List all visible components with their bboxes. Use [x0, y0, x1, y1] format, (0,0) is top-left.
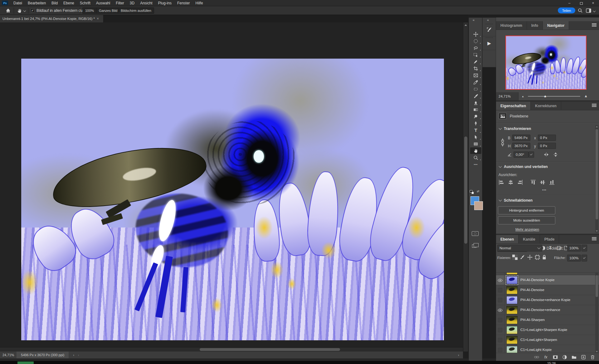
link-layers-icon[interactable]: [534, 354, 539, 360]
gradient-tool[interactable]: [470, 106, 481, 113]
navigator-preview[interactable]: [505, 36, 587, 90]
horizontal-scrollbar[interactable]: [0, 347, 463, 352]
menu-3d[interactable]: 3D: [127, 0, 137, 6]
pen-tool[interactable]: [470, 120, 481, 127]
strip-collapse-icon[interactable]: «: [487, 18, 488, 22]
delete-layer-icon[interactable]: [590, 354, 595, 360]
share-button[interactable]: Teilen: [558, 7, 575, 13]
brush-settings-panel-icon[interactable]: [483, 23, 496, 36]
menu-auswahl[interactable]: Auswahl: [93, 0, 113, 6]
visibility-toggle[interactable]: [496, 325, 504, 335]
angle-field[interactable]: 0,00°: [514, 151, 528, 158]
status-popup-arrow[interactable]: ›: [73, 353, 74, 357]
menu-schrift[interactable]: Schrift: [77, 0, 93, 6]
visibility-toggle[interactable]: [496, 315, 504, 325]
default-colors-icon[interactable]: [470, 190, 474, 194]
panel-menu-icon[interactable]: [592, 238, 597, 239]
lock-transparency-icon[interactable]: [512, 255, 518, 260]
vertical-scrollbar-thumb[interactable]: [464, 136, 467, 244]
fill-screen-button[interactable]: Bildschirm ausfüllen: [118, 7, 154, 14]
lock-position-icon[interactable]: [527, 255, 533, 260]
flip-horizontal-icon[interactable]: [543, 152, 549, 157]
canvas-image[interactable]: [21, 58, 444, 341]
taskbar-app-icon[interactable]: [17, 362, 34, 364]
status-prev-arrow[interactable]: ‹: [78, 353, 79, 357]
crop-tool[interactable]: [470, 65, 481, 72]
visibility-toggle[interactable]: [496, 345, 504, 353]
visibility-toggle[interactable]: [496, 335, 504, 345]
search-icon[interactable]: [578, 8, 583, 13]
layer-row[interactable]: C1+LowLight+Sharpen Kopie: [496, 325, 599, 335]
menu-filter[interactable]: Filter: [113, 0, 127, 6]
navigator-zoom-slider-thumb[interactable]: ▲: [543, 94, 547, 98]
navigator-zoom-slider[interactable]: [528, 96, 580, 97]
zoom-tool[interactable]: [470, 154, 481, 161]
zoom-out-icon[interactable]: ▲: [522, 95, 524, 98]
healing-patch-tool[interactable]: [470, 86, 481, 92]
align-left-icon[interactable]: [499, 180, 504, 185]
properties-scrollbar[interactable]: [595, 125, 598, 232]
new-adjustment-layer-icon[interactable]: [562, 354, 567, 360]
align-section-header[interactable]: Ausrichten und verteilen: [499, 165, 548, 169]
screen-mode-button[interactable]: [472, 244, 476, 248]
home-icon[interactable]: [6, 8, 11, 13]
menu-plugins[interactable]: Plug-ins: [155, 0, 174, 6]
actions-panel-icon[interactable]: ▶: [483, 36, 496, 50]
add-layer-mask-icon[interactable]: [553, 354, 558, 360]
visibility-toggle[interactable]: [496, 295, 504, 305]
layer-row[interactable]: PH-AI-Denoise+enhance: [496, 305, 599, 315]
flip-vertical-icon[interactable]: [553, 152, 558, 157]
menu-bild[interactable]: Bild: [49, 0, 61, 6]
hand-tool-icon[interactable]: [17, 8, 22, 13]
tab-close-icon[interactable]: ×: [97, 17, 99, 21]
menu-datei[interactable]: Datei: [11, 0, 25, 6]
remove-tool[interactable]: [470, 58, 481, 65]
angle-dropdown[interactable]: [528, 151, 534, 158]
fill-field[interactable]: 100%: [567, 255, 581, 261]
eyedropper-tool[interactable]: [470, 79, 481, 85]
height-field[interactable]: 3670 Px: [512, 143, 530, 149]
object-selection-tool[interactable]: [470, 51, 481, 58]
dodge-tool[interactable]: [470, 113, 481, 120]
layer-row[interactable]: C1+LowLight+Sharpen: [496, 335, 599, 345]
background-color-swatch[interactable]: [474, 201, 483, 210]
lock-pixels-icon[interactable]: [520, 255, 525, 260]
align-more-icon[interactable]: •••: [542, 188, 547, 192]
close-button[interactable]: ×: [587, 0, 599, 6]
layer-row[interactable]: C1+LowLight Kopie: [496, 345, 599, 353]
tab-korrekturen[interactable]: Korrekturen: [531, 102, 561, 110]
minimize-button[interactable]: –: [563, 0, 575, 6]
move-tool[interactable]: [470, 31, 481, 37]
type-tool[interactable]: T: [470, 127, 481, 133]
edit-toolbar-ellipsis[interactable]: •••: [470, 161, 481, 168]
opacity-dropdown[interactable]: [582, 245, 587, 251]
layer-row-partial[interactable]: [496, 273, 599, 275]
link-dimensions-icon[interactable]: [500, 137, 505, 148]
tab-pfade[interactable]: Pfade: [540, 235, 559, 243]
clone-stamp-tool[interactable]: [470, 99, 481, 106]
scroll-all-windows-checkbox[interactable]: ✓: [31, 8, 35, 12]
visibility-toggle[interactable]: [496, 273, 504, 275]
align-bottom-icon[interactable]: [549, 180, 555, 185]
layer-row[interactable]: PH-AI-Denoise+enhance Kopie: [496, 295, 599, 305]
new-group-icon[interactable]: [571, 354, 577, 360]
lock-artboard-icon[interactable]: [535, 255, 540, 260]
brush-tool[interactable]: [470, 93, 481, 99]
tab-ebenen[interactable]: Ebenen: [496, 235, 519, 243]
tab-eigenschaften[interactable]: Eigenschaften: [496, 102, 531, 110]
scroll-down-arrow[interactable]: [596, 351, 598, 352]
hand-tool[interactable]: [470, 147, 481, 154]
scrollbar-thumb[interactable]: [596, 275, 598, 297]
menu-ebene[interactable]: Ebene: [61, 0, 77, 6]
select-subject-button[interactable]: Motiv auswählen: [498, 216, 555, 224]
hand-tool-dropdown-chevron[interactable]: [23, 9, 26, 12]
panel-menu-icon[interactable]: [592, 105, 597, 106]
align-top-icon[interactable]: [530, 180, 536, 185]
canvas-area[interactable]: [0, 22, 463, 347]
show-more-link[interactable]: Mehr anzeigen: [515, 228, 539, 231]
scroll-up-arrow[interactable]: [596, 126, 598, 127]
rectangle-tool[interactable]: [470, 141, 481, 147]
quick-actions-header[interactable]: Schnellaktionen: [499, 198, 533, 203]
status-doc-info[interactable]: 5496 Px x 3670 Px (300 ppi): [17, 352, 69, 358]
visibility-toggle[interactable]: [496, 305, 504, 315]
